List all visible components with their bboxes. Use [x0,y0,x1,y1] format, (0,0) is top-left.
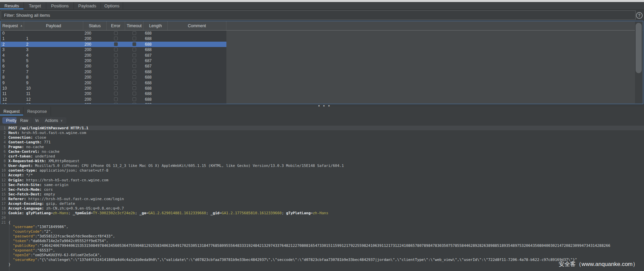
editor-line: } [0,262,644,267]
table-row[interactable]: 1313200688 [1,102,226,104]
request-cell: 13 [2,102,7,104]
column-header-comment[interactable]: Comment [168,21,226,30]
code-segment: ; [68,211,73,215]
code-segment: , [100,253,102,257]
table-row[interactable]: 22200688 [1,42,226,47]
code-segment: "openId" [13,253,31,257]
error-checkbox [114,103,118,104]
editor-line: 18Accept-Language: zh-CN,zh;q=0.9,en-US;… [0,206,644,211]
table-row[interactable]: 77200688 [1,69,226,75]
code-segment: Sec-Fetch-Mode: [8,187,42,192]
request-cell: 1 [2,36,5,41]
table-row[interactable]: 33200688 [1,47,226,52]
request-cell: 11 [2,91,6,96]
payload-cell: 8 [26,75,29,80]
column-header-length[interactable]: Length [144,21,168,30]
table-row[interactable]: 44200687 [1,53,226,58]
table-row[interactable]: 99200688 [1,80,226,86]
status-cell: 200 [85,47,91,52]
payload-cell: 5 [26,58,29,63]
tab-positions[interactable]: Positions [46,2,74,9]
watermark: 安全客（www.anquanke.com） [559,260,638,268]
error-checkbox [114,31,118,35]
code-segment: no-cache [40,149,60,154]
error-checkbox [114,37,118,40]
tab-response[interactable]: Response [23,107,51,116]
code-segment: Cookie: [8,211,24,215]
results-scrollbar-thumb[interactable] [636,23,642,73]
raw-button[interactable]: Raw [16,117,32,124]
editor-line: 15Sec-Fetch-Dest: empty [0,192,644,196]
column-header-error[interactable]: Error [107,21,125,30]
length-cell: 688 [145,81,152,85]
payload-cell: 3 [26,47,29,52]
editor-line: "password":"3d558122fcac9ea5fdc9ee8eccf8… [0,234,644,239]
results-scrollbar[interactable] [635,21,643,103]
tab-payloads[interactable]: Payloads [74,2,101,9]
timeout-checkbox [132,70,136,74]
code-segment: zh-Hans [53,211,68,215]
editor-line: "exponent":"65537", [0,248,644,253]
editor-line: 7csrf-token: undefined [0,154,644,159]
line-number: 6 [0,149,6,154]
table-row[interactable]: 1212200688 [1,97,226,102]
code-segment: _gid [211,211,220,215]
status-cell: 200 [85,70,91,74]
error-checkbox [114,42,118,46]
editor-line: 13Sec-Fetch-Site: same-origin [0,182,644,187]
payload-cell: 12 [26,97,31,102]
code-segment: : [42,229,44,234]
newline-toggle-button[interactable]: \n [33,117,41,124]
table-row[interactable]: 55200687 [1,58,226,63]
code-segment [8,229,13,234]
code-segment: Mozilla/5.0 (iPhone; CPU iPhone OS 13_2_… [33,164,344,168]
length-cell: 687 [145,53,152,58]
table-row[interactable]: 0200688 [1,31,226,36]
help-icon[interactable]: ? [636,12,643,19]
editor-line: 6Cache-Control: no-cache [0,149,644,154]
column-header-request[interactable]: Request∧ [1,21,24,30]
length-cell: 688 [145,86,152,91]
tab-target[interactable]: Target [24,2,46,9]
table-row[interactable]: 1010200688 [1,86,226,91]
code-segment: 771 [42,140,51,144]
table-row[interactable]: 11200688 [1,36,226,41]
code-segment: "146424067994406153531508497846345605364… [40,243,610,248]
error-checkbox [114,75,118,79]
status-cell: 200 [85,97,91,102]
code-segment [8,239,13,243]
length-cell: 687 [145,64,152,69]
editor-line: 17Accept-Encoding: gzip, deflate [0,201,644,206]
column-header-timeout[interactable]: Timeout [125,21,144,30]
table-row[interactable]: 1111200688 [1,91,226,96]
editor-line: 16Referer: https://hrsh-h5-out.fast-cn.w… [0,196,644,201]
code-segment: gTyPlatLang [26,211,51,215]
code-segment: ; [206,211,210,215]
actions-button[interactable]: Actions ∨ [41,117,66,124]
table-row[interactable]: 88200688 [1,75,226,80]
code-segment: https://hrsh-h5-out.fast-cn.wgine.com [24,178,108,182]
code-segment: Accept-Encoding: [8,201,44,206]
line-number: 21 [0,220,6,225]
request-cell: 12 [2,97,7,102]
timeout-checkbox [132,64,136,68]
editor-line: "secureKey":"{\"challenge\":\"137d4f5324… [0,258,644,262]
table-row[interactable]: 66200687 [1,63,226,69]
request-editor[interactable]: 1POST /api/loginWithPassword HTTP/1.12Ho… [0,124,644,271]
column-header-payload[interactable]: Payload [24,21,83,30]
code-segment: Content-Length: [8,140,42,144]
tab-request[interactable]: Request [0,107,23,116]
code-segment: "65537" [37,248,53,253]
length-cell: 688 [145,102,152,104]
tab-options[interactable]: Options [101,2,123,9]
request-cell: 7 [2,70,5,74]
editor-line: 3Connection: close [0,135,644,140]
code-segment: POST /api/loginWithPassword HTTP/1.1 [8,126,88,130]
length-cell: 688 [145,97,152,102]
tab-results[interactable]: Results [0,2,24,9]
editor-line: 12Origin: https://hrsh-h5-out.fast-cn.wg… [0,178,644,182]
filter-summary[interactable]: Filter: Showing all items [1,10,636,20]
code-segment: "2" [44,229,51,234]
column-header-status[interactable]: Status [83,21,107,30]
status-cell: 200 [85,31,91,36]
